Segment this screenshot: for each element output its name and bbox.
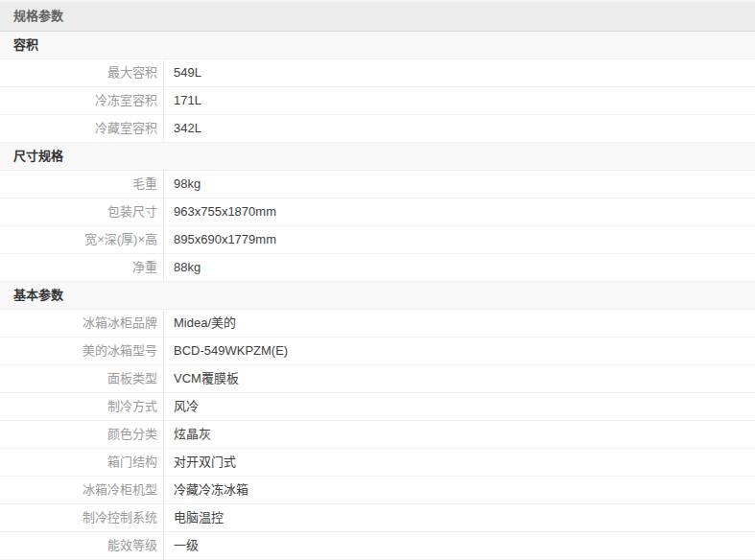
spec-label: 最大容积 [0,59,163,86]
spec-row: 净重 88kg [0,254,755,282]
spec-value: 895x690x1779mm [163,226,755,253]
spec-value: Midea/美的 [163,310,755,337]
spec-row: 冰箱冰柜品牌 Midea/美的 [0,310,755,338]
spec-label: 冷冻室容积 [0,87,163,114]
spec-row: 能效等级 一级 [0,532,755,560]
spec-value: 对开双门式 [163,449,755,476]
spec-value: 风冷 [163,393,755,420]
spec-label: 制冷方式 [0,393,163,420]
section-rows: 冰箱冰柜品牌 Midea/美的 美的冰箱型号 BCD-549WKPZM(E) 面… [0,310,755,560]
spec-label: 冰箱冰柜品牌 [0,310,163,337]
spec-section: 基本参数 冰箱冰柜品牌 Midea/美的 美的冰箱型号 BCD-549WKPZM… [0,282,755,560]
spec-value: 炫晶灰 [163,421,755,448]
spec-row: 面板类型 VCM覆膜板 [0,365,755,393]
spec-label: 颜色分类 [0,421,163,448]
spec-row: 美的冰箱型号 BCD-549WKPZM(E) [0,338,755,365]
section-title: 基本参数 [0,282,755,310]
spec-label: 冰箱冷柜机型 [0,477,163,503]
spec-value: 98kg [163,171,755,198]
spec-section: 尺寸规格 毛重 98kg 包装尺寸 963x755x1870mm 宽×深(厚)×… [0,143,755,282]
spec-value: 342L [163,115,755,142]
spec-row: 冷藏室容积 342L [0,115,755,143]
spec-table: 规格参数 容积 最大容积 549L 冷冻室容积 171L 冷藏室容积 342L … [0,0,755,560]
spec-row: 颜色分类 炫晶灰 [0,421,755,449]
page-title: 规格参数 [0,0,755,32]
spec-value: VCM覆膜板 [163,365,755,392]
section-title: 容积 [0,32,755,59]
spec-value: 一级 [163,532,755,559]
spec-row: 包装尺寸 963x755x1870mm [0,198,755,226]
spec-row: 毛重 98kg [0,171,755,198]
spec-value: 88kg [163,254,755,281]
spec-row: 制冷方式 风冷 [0,393,755,421]
spec-row: 冷冻室容积 171L [0,87,755,115]
spec-value: 电脑温控 [163,504,755,531]
spec-label: 净重 [0,254,163,281]
spec-label: 能效等级 [0,532,163,559]
section-rows: 毛重 98kg 包装尺寸 963x755x1870mm 宽×深(厚)×高 895… [0,171,755,282]
spec-value: 963x755x1870mm [163,198,755,225]
spec-row: 箱门结构 对开双门式 [0,449,755,477]
spec-value: 171L [163,87,755,114]
spec-label: 制冷控制系统 [0,504,163,531]
spec-label: 美的冰箱型号 [0,338,163,364]
spec-value: 549L [163,59,755,86]
spec-section: 容积 最大容积 549L 冷冻室容积 171L 冷藏室容积 342L [0,32,755,143]
spec-label: 包装尺寸 [0,198,163,225]
spec-label: 宽×深(厚)×高 [0,226,163,253]
spec-value: 冷藏冷冻冰箱 [163,477,755,503]
section-title: 尺寸规格 [0,143,755,171]
spec-label: 毛重 [0,171,163,198]
spec-label: 冷藏室容积 [0,115,163,142]
sections-container: 容积 最大容积 549L 冷冻室容积 171L 冷藏室容积 342L 尺寸规格 … [0,32,755,560]
spec-row: 最大容积 549L [0,59,755,87]
section-rows: 最大容积 549L 冷冻室容积 171L 冷藏室容积 342L [0,59,755,143]
spec-value: BCD-549WKPZM(E) [163,338,755,364]
spec-row: 宽×深(厚)×高 895x690x1779mm [0,226,755,254]
spec-row: 冰箱冷柜机型 冷藏冷冻冰箱 [0,477,755,504]
spec-label: 箱门结构 [0,449,163,476]
spec-label: 面板类型 [0,365,163,392]
spec-row: 制冷控制系统 电脑温控 [0,504,755,532]
